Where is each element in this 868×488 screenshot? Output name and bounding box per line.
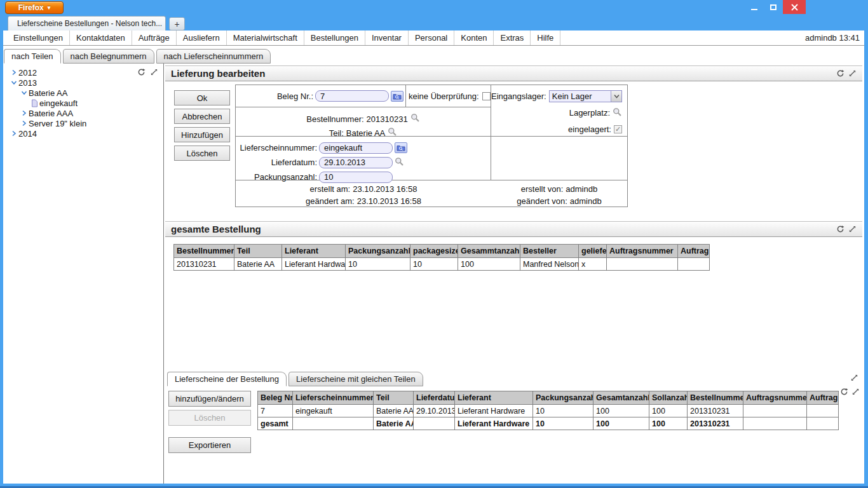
tab-lieferscheine-mit-gleichen-teilen[interactable]: Lieferscheine mit gleichen Teilen xyxy=(288,372,423,386)
delivery-note-row[interactable]: 7 eingekauft Baterie AA 29.10.2013 Liefe… xyxy=(258,405,839,417)
delivery-form: Beleg Nr.: keine Überprüfung: xyxy=(235,85,628,207)
loeschen-button-bottom: Löschen xyxy=(168,410,251,426)
maximize-button[interactable] xyxy=(764,0,783,14)
geaendert-am-value: 23.10.2013 16:58 xyxy=(357,196,421,206)
app-window: Einstellungen Kontaktdaten Aufträge Ausl… xyxy=(3,30,864,484)
browser-tab[interactable]: Lieferscheine Bestellungen - Nelson tech… xyxy=(8,16,166,30)
lieferscheinnummer-lookup-button[interactable] xyxy=(395,142,407,153)
tree-item-2013[interactable]: 2013 xyxy=(3,78,163,88)
erstellt-am-value: 23.10.2013 16:58 xyxy=(353,184,417,194)
tab-lieferscheine-der-bestellung[interactable]: Lieferscheine der Bestellung xyxy=(167,372,287,386)
keine-ueberpruefung-checkbox[interactable] xyxy=(482,92,491,100)
dropdown-arrow-icon: ▾ xyxy=(48,4,51,11)
lagerplatz-label: Lagerplatz: xyxy=(569,108,610,118)
menu-bestellungen[interactable]: Bestellungen xyxy=(304,30,365,45)
window-controls xyxy=(745,0,806,14)
erstellt-von-label: erstellt von: xyxy=(521,184,563,194)
menu-hilfe[interactable]: Hilfe xyxy=(531,30,560,45)
eingangslager-label: Eingangslager: xyxy=(491,92,546,101)
panel-title: Lieferung bearbeiten xyxy=(171,68,265,79)
expand-icon[interactable] xyxy=(848,69,857,78)
eingangslager-select[interactable]: Kein Lager xyxy=(549,90,622,102)
delivery-notes-table: Beleg Nr. Lieferscheinnummer Teil Liefer… xyxy=(257,391,839,430)
app-menubar: Einstellungen Kontaktdaten Aufträge Ausl… xyxy=(3,30,864,46)
edit-delivery-panel: Lieferung bearbeiten Ok Abbrechen Hinzuf… xyxy=(165,65,862,217)
eingelagert-checkbox[interactable] xyxy=(614,125,622,133)
bestellnummer-search-icon[interactable] xyxy=(410,113,420,125)
tree-item-server-19-klein[interactable]: Server 19" klein xyxy=(3,118,163,128)
delivery-notes-header-row: Beleg Nr. Lieferscheinnummer Teil Liefer… xyxy=(258,391,839,405)
order-table: Bestellnummer Teil Lieferant Packungsanz… xyxy=(173,244,710,271)
select-chevron-icon xyxy=(611,91,621,102)
tree-item-baterie-aa[interactable]: Baterie AA xyxy=(3,88,163,98)
lieferdatum-input[interactable] xyxy=(319,157,393,168)
delivery-note-total-row[interactable]: gesamt Baterie AA Lieferant Hardware 10 … xyxy=(258,417,839,430)
refresh-icon[interactable] xyxy=(836,225,844,233)
edit-delivery-panel-header: Lieferung bearbeiten xyxy=(165,65,862,81)
hinzufuegen-aendern-button[interactable]: hinzufügen/ändern xyxy=(168,391,251,407)
geaendert-von-value: admindb xyxy=(570,196,602,206)
lieferscheinnummer-label: Lieferscheinnummer: xyxy=(236,143,317,152)
delivery-notes-tabs: Lieferscheine der Bestellung Lieferschei… xyxy=(165,372,862,386)
chevron-right-icon xyxy=(11,130,17,137)
lagerplatz-search-icon[interactable] xyxy=(613,107,622,119)
document-icon xyxy=(31,99,38,107)
menu-materialwirtschaft[interactable]: Materialwirtschaft xyxy=(227,30,304,45)
folder-search-icon xyxy=(393,93,402,100)
firefox-menu-button[interactable]: Firefox ▾ xyxy=(5,1,64,14)
chevron-right-icon xyxy=(21,110,27,116)
beleg-nr-input[interactable] xyxy=(315,90,389,102)
close-icon xyxy=(791,4,798,11)
menu-ausliefern[interactable]: Ausliefern xyxy=(177,30,227,45)
lieferdatum-search-icon[interactable] xyxy=(395,157,404,168)
beleg-nr-lookup-button[interactable] xyxy=(391,91,403,102)
menu-personal[interactable]: Personal xyxy=(409,30,454,45)
refresh-icon[interactable] xyxy=(840,388,848,396)
geaendert-am-label: geändert am: xyxy=(306,196,355,206)
delivery-notes-content: hinzufügen/ändern Löschen Exportieren xyxy=(165,386,862,484)
tree-panel: 2012 2013 Baterie AA eingekauft Baterie … xyxy=(3,64,164,484)
hinzufuegen-button[interactable]: Hinzufügen xyxy=(174,127,230,142)
refresh-icon[interactable] xyxy=(137,68,146,76)
menu-kontaktdaten[interactable]: Kontaktdaten xyxy=(70,30,132,45)
panel-title: gesamte Bestellung xyxy=(171,224,261,234)
tree-item-eingekauft[interactable]: eingekauft xyxy=(3,98,163,108)
exportieren-button[interactable]: Exportieren xyxy=(168,437,251,453)
refresh-icon[interactable] xyxy=(836,69,844,78)
folder-search-icon xyxy=(397,144,405,151)
new-tab-button[interactable]: + xyxy=(169,17,185,30)
abbrechen-button[interactable]: Abbrechen xyxy=(174,109,230,124)
user-session-status: admindb 13:41 xyxy=(805,30,864,45)
plus-icon: + xyxy=(174,19,179,29)
chevron-right-icon xyxy=(21,120,27,126)
loeschen-button[interactable]: Löschen xyxy=(174,146,230,161)
menu-einstellungen[interactable]: Einstellungen xyxy=(7,30,70,45)
menu-inventar[interactable]: Inventar xyxy=(365,30,409,45)
minimize-button[interactable] xyxy=(745,0,764,14)
chevron-right-icon xyxy=(11,69,17,76)
tree-item-baterie-aaa[interactable]: Baterie AAA xyxy=(3,108,163,118)
expand-icon[interactable] xyxy=(851,388,860,396)
bestellnummer-label: Bestellnummer: xyxy=(306,114,363,124)
order-table-row[interactable]: 201310231 Baterie AA Lieferant Hardware … xyxy=(174,258,710,271)
expand-icon[interactable] xyxy=(850,374,858,386)
menu-auftraege[interactable]: Aufträge xyxy=(132,30,177,45)
lieferdatum-label: Lieferdatum: xyxy=(236,158,317,167)
menu-extras[interactable]: Extras xyxy=(494,30,531,45)
tree-item-2014[interactable]: 2014 xyxy=(3,128,163,139)
menu-konten[interactable]: Konten xyxy=(454,30,494,45)
ok-button[interactable]: Ok xyxy=(174,90,230,105)
order-panel: gesamte Bestellung Bestellnummer xyxy=(165,221,862,367)
bestellnummer-value: 201310231 xyxy=(367,114,408,124)
browser-tab-title: Lieferscheine Bestellungen - Nelson tech… xyxy=(17,19,162,28)
erstellt-von-value: admindb xyxy=(566,184,597,194)
close-button[interactable] xyxy=(783,0,806,14)
expand-icon[interactable] xyxy=(848,225,857,233)
beleg-nr-label: Beleg Nr.: xyxy=(277,92,313,101)
expand-icon[interactable] xyxy=(150,68,158,76)
lieferscheinnummer-input[interactable] xyxy=(319,142,393,154)
tab-nach-lieferscheinnummern[interactable]: nach Lieferscheinnummern xyxy=(156,49,271,64)
tab-nach-belegnummern[interactable]: nach Belegnummern xyxy=(63,49,154,64)
tab-nach-teilen[interactable]: nach Teilen xyxy=(4,49,61,64)
firefox-button-label: Firefox xyxy=(18,3,44,12)
